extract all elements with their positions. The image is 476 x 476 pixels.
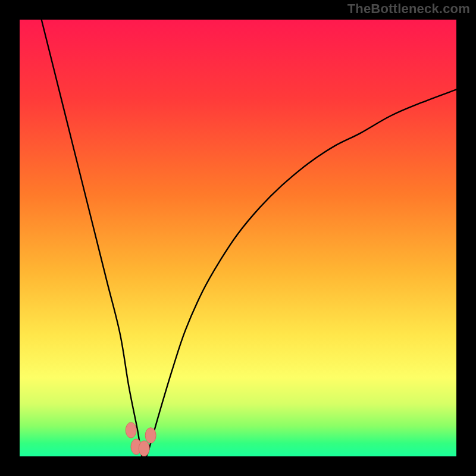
watermark-text: TheBottleneck.com xyxy=(347,1,470,17)
optimum-marker xyxy=(139,441,149,456)
optimum-marker xyxy=(126,422,136,438)
gradient-background xyxy=(20,20,456,456)
chart-frame: TheBottleneck.com xyxy=(0,0,476,476)
plot-area xyxy=(20,20,456,456)
plot-svg xyxy=(20,20,456,456)
optimum-marker xyxy=(145,428,156,443)
